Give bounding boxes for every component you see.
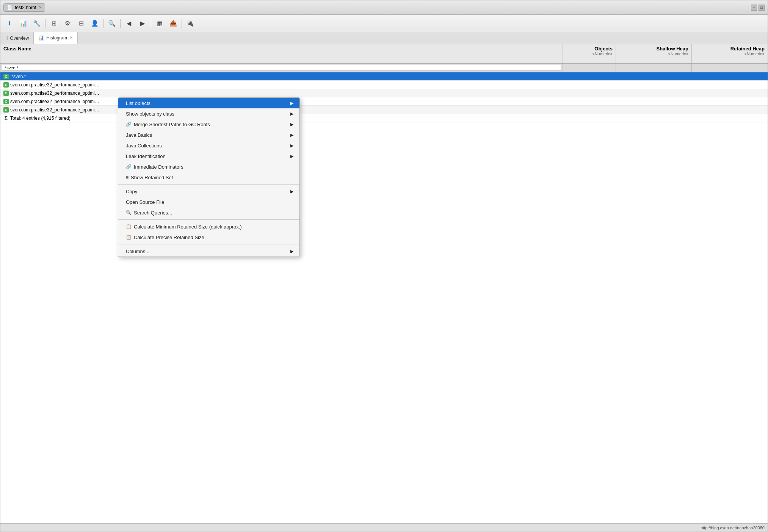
toolbar-sep-3 (120, 19, 121, 28)
calc-min-icon: 📋 (126, 224, 132, 229)
toolbar-sep-2 (103, 19, 103, 28)
table-header: Class Name Objects <Numeric> Shallow Hea… (0, 44, 768, 64)
title-bar-tab[interactable]: 📄 test2.hprof ✕ (3, 3, 45, 12)
menu-item-calc-precise[interactable]: 📋 Calculate Precise Retained Size (118, 232, 299, 243)
hierarchy-button[interactable]: 🔧 (31, 17, 43, 30)
show-by-class-label: Show objects by class (126, 111, 174, 117)
menu-item-columns[interactable]: Columns... ▶ (118, 246, 299, 257)
tab-histogram-icon: 📊 (38, 35, 44, 41)
plugin-button[interactable]: 🔌 (184, 17, 196, 30)
row-shallow (616, 109, 692, 111)
bar-chart-button[interactable]: 📊 (17, 17, 29, 30)
menu-item-merge-paths[interactable]: 🔗 Merge Shortest Paths to GC Roots ▶ (118, 119, 299, 130)
row-objects (563, 101, 616, 102)
immediate-dom-label: Immediate Dominators (134, 164, 183, 170)
menu-item-list-objects[interactable]: List objects ▶ ☐ 📄 with outgoing referen… (118, 98, 299, 108)
table-row[interactable]: C sven.com.practise32_performance_optimi… (0, 89, 768, 97)
filter-retained-cell (692, 64, 768, 72)
toolbar: i 📊 🔧 ⊞ ⚙ ⊟ 👤 🔍 ◀ ▶ (0, 15, 768, 32)
maximize-button[interactable]: □ (759, 5, 765, 11)
th-shallow-heap: Shallow Heap <Numeric> (616, 44, 692, 63)
menu-sep-3 (118, 244, 299, 244)
calc-precise-icon: 📋 (126, 235, 132, 240)
submenu-arrow-collections-icon: ▶ (290, 143, 293, 148)
row-retained (692, 76, 768, 77)
menu-item-open-source[interactable]: Open Source File (118, 197, 299, 207)
title-tab-close[interactable]: ✕ (39, 5, 42, 9)
info-button[interactable]: i (3, 17, 16, 30)
open-source-label: Open Source File (126, 199, 164, 205)
main-window: 📄 test2.hprof ✕ − □ i 📊 🔧 ⊞ ⚙ ⊟ 👤 (0, 0, 768, 532)
grid-icon: ▦ (157, 20, 163, 27)
nav-forward-button[interactable]: ▶ (136, 17, 149, 30)
grid-button[interactable]: ▦ (154, 17, 166, 30)
sum-icon: Σ (3, 116, 9, 121)
menu-item-search-queries[interactable]: 🔍 Search Queries... (118, 207, 299, 218)
columns-label: Columns... (126, 249, 149, 254)
table-row[interactable]: C sven.com.practise32_performance_optimi… (0, 81, 768, 89)
row-total-retained (692, 117, 768, 119)
person-icon: 👤 (91, 20, 99, 27)
window-controls: − □ (751, 5, 765, 11)
menu-item-show-retained[interactable]: ≡ Show Retained Set (118, 172, 299, 183)
table-button[interactable]: ⊞ (48, 17, 60, 30)
th-retained-heap: Retained Heap <Numeric> (692, 44, 768, 63)
settings-icon: ⚙ (65, 20, 70, 27)
menu-item-show-by-class[interactable]: Show objects by class ▶ (118, 108, 299, 119)
menu-list-objects-label: List objects (126, 100, 150, 106)
table-row[interactable]: C sven.com.practise32_performance_optimi… (0, 97, 768, 106)
row-shallow (616, 84, 692, 86)
immediate-dom-icon: 🔗 (126, 164, 132, 169)
java-collections-label: Java Collections (126, 143, 162, 149)
table-icon: ⊞ (52, 20, 56, 27)
status-bar: http://blog.csdn.net/nanzhao20080 (0, 523, 768, 532)
tab-histogram-close[interactable]: ✕ (69, 35, 73, 40)
minimize-button[interactable]: − (751, 5, 757, 11)
submenu-arrow-copy-icon: ▶ (290, 189, 293, 194)
layout-icon: ⊟ (79, 20, 84, 27)
nav-back-button[interactable]: ◀ (123, 17, 135, 30)
show-retained-label: Show Retained Set (131, 175, 173, 180)
calc-min-label: Calculate Minimum Retained Size (quick a… (134, 224, 242, 230)
row-shallow (616, 76, 692, 77)
layout-button[interactable]: ⊟ (75, 17, 87, 30)
nav-forward-icon: ▶ (140, 20, 145, 27)
tab-overview[interactable]: i Overview (2, 32, 34, 44)
search-queries-label: Search Queries... (134, 210, 172, 216)
row-objects (563, 84, 616, 86)
class-icon: C (3, 82, 9, 88)
row-class-name: C .*sven.* (0, 73, 563, 80)
leak-id-label: Leak Identification (126, 153, 166, 159)
menu-item-calc-min[interactable]: 📋 Calculate Minimum Retained Size (quick… (118, 221, 299, 232)
title-bar: 📄 test2.hprof ✕ − □ (0, 0, 768, 15)
row-retained (692, 84, 768, 86)
row-retained (692, 109, 768, 111)
row-objects (563, 92, 616, 94)
show-retained-icon: ≡ (126, 175, 129, 180)
class-icon: C (3, 107, 9, 113)
menu-item-immediate-dom[interactable]: 🔗 Immediate Dominators (118, 161, 299, 172)
table-row[interactable]: C sven.com.practise32_performance_optimi… (0, 106, 768, 114)
settings-button[interactable]: ⚙ (61, 17, 74, 30)
search-button[interactable]: 🔍 (106, 17, 118, 30)
row-class-name: C sven.com.practise32_performance_optimi… (0, 81, 563, 88)
hierarchy-icon: 🔧 (33, 20, 41, 27)
plugin-icon: 🔌 (187, 20, 194, 27)
class-icon: C (3, 74, 9, 79)
export-button[interactable]: 📤 (167, 17, 179, 30)
menu-item-leak-id[interactable]: Leak Identification ▶ (118, 151, 299, 161)
filter-class-cell (0, 64, 563, 72)
row-objects (563, 76, 616, 77)
row-objects (563, 109, 616, 111)
table-row[interactable]: C .*sven.* (0, 72, 768, 81)
menu-item-copy[interactable]: Copy ▶ (118, 186, 299, 197)
tab-overview-icon: i (6, 36, 8, 41)
submenu-arrow-columns-icon: ▶ (290, 249, 293, 254)
filter-class-input[interactable] (2, 65, 561, 71)
menu-item-java-collections[interactable]: Java Collections ▶ (118, 140, 299, 151)
toolbar-sep-5 (182, 19, 182, 28)
tab-histogram[interactable]: 📊 Histogram ✕ (34, 32, 78, 44)
person-button[interactable]: 👤 (89, 17, 101, 30)
menu-item-java-basics[interactable]: Java Basics ▶ (118, 130, 299, 140)
search-queries-icon: 🔍 (126, 210, 132, 215)
